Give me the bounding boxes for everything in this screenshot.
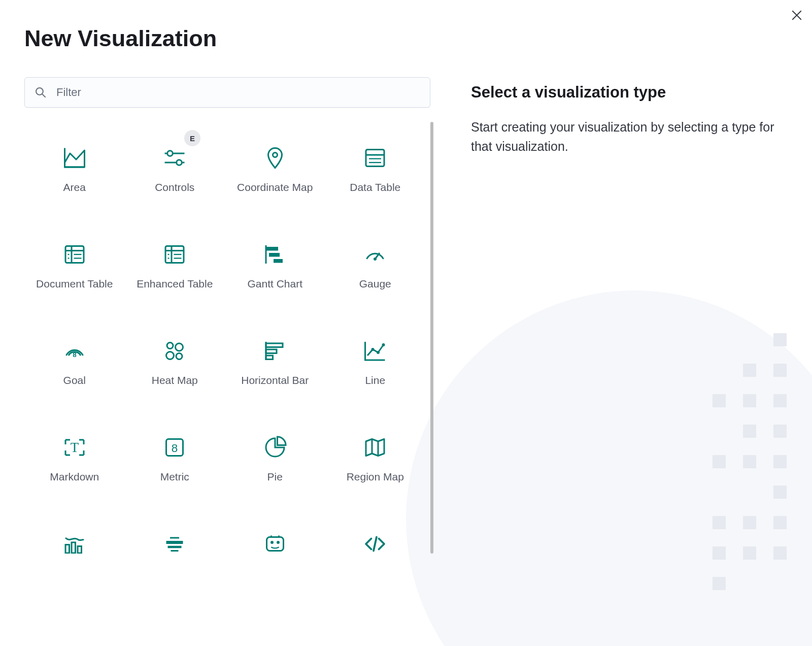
viz-line[interactable]: Line <box>325 315 426 411</box>
viz-document-table[interactable]: Document Table <box>24 218 125 315</box>
region-map-icon <box>363 435 387 460</box>
svg-rect-27 <box>274 259 283 263</box>
viz-label: Pie <box>267 470 283 483</box>
viz-label: Data Table <box>350 180 400 194</box>
svg-rect-54 <box>266 537 283 551</box>
help-description: Start creating your visualization by sel… <box>471 118 788 156</box>
viz-pie[interactable]: Pie <box>225 411 325 508</box>
svg-point-31 <box>167 343 173 349</box>
viz-label: Horizontal Bar <box>241 373 309 387</box>
svg-point-5 <box>273 153 277 157</box>
table-icon <box>363 146 387 170</box>
heatmap-icon <box>162 339 187 363</box>
viz-label: Heat Map <box>152 373 198 387</box>
viz-gauge[interactable]: Gauge <box>325 218 426 315</box>
viz-area[interactable]: Area <box>24 122 125 218</box>
svg-point-32 <box>176 343 183 351</box>
svg-point-29 <box>374 257 377 261</box>
viz-horizontal-bar[interactable]: Horizontal Bar <box>225 315 325 411</box>
search-icon <box>35 87 46 98</box>
viz-enhanced-table[interactable]: Enhanced Table <box>125 218 225 315</box>
viz-label: Metric <box>160 470 189 483</box>
tsvb-icon <box>62 532 87 554</box>
document-table-icon <box>62 242 87 267</box>
viz-markdown[interactable]: T Markdown <box>24 411 125 508</box>
gantt-icon <box>263 242 287 267</box>
viz-coordinate-map[interactable]: Coordinate Map <box>225 122 325 218</box>
area-chart-icon <box>62 146 87 170</box>
svg-point-2 <box>167 151 173 156</box>
svg-rect-6 <box>366 150 384 167</box>
viz-label: Controls <box>155 180 194 194</box>
svg-rect-38 <box>266 356 273 360</box>
svg-line-57 <box>374 537 377 551</box>
svg-point-40 <box>377 351 380 354</box>
svg-rect-48 <box>72 542 76 553</box>
viz-goal[interactable]: 8 Goal <box>24 315 125 411</box>
filter-box[interactable] <box>24 77 430 108</box>
filter-input[interactable] <box>46 86 420 99</box>
svg-rect-37 <box>266 349 277 353</box>
close-button[interactable] <box>792 10 802 20</box>
viz-label: Document Table <box>36 277 113 290</box>
page-title: New Visualization <box>0 0 812 52</box>
help-title: Select a visualization type <box>471 83 788 102</box>
svg-rect-25 <box>266 247 278 251</box>
svg-text:8: 8 <box>73 351 77 359</box>
viz-vega[interactable]: Vega <box>325 508 426 554</box>
svg-point-56 <box>277 541 280 544</box>
svg-point-41 <box>382 343 385 346</box>
pie-chart-icon <box>263 435 287 460</box>
viz-label: Goal <box>63 373 86 387</box>
code-icon <box>363 532 387 554</box>
viz-label: Region Map <box>347 470 404 483</box>
viz-timeline[interactable]: Timeline <box>225 508 325 554</box>
markdown-icon: T <box>62 435 87 460</box>
viz-label: Enhanced Table <box>137 277 213 290</box>
viz-gantt-chart[interactable]: Gantt Chart <box>225 218 325 315</box>
timeline-icon <box>263 532 287 554</box>
map-pin-icon <box>263 146 287 170</box>
viz-metric[interactable]: 8 Metric <box>125 411 225 508</box>
svg-rect-26 <box>269 253 280 257</box>
viz-label: Gantt Chart <box>247 277 302 290</box>
viz-label: Line <box>365 373 385 387</box>
viz-heat-map[interactable]: Heat Map <box>125 315 225 411</box>
svg-rect-47 <box>65 545 70 554</box>
viz-controls[interactable]: E Controls <box>125 122 225 218</box>
svg-point-55 <box>270 541 274 544</box>
viz-label: Area <box>63 180 86 194</box>
viz-data-table[interactable]: Data Table <box>325 122 426 218</box>
scrollbar[interactable] <box>430 122 433 554</box>
svg-point-4 <box>177 160 182 166</box>
viz-tag-cloud[interactable]: Tag Cloud <box>125 508 225 554</box>
svg-point-0 <box>36 88 43 95</box>
svg-rect-36 <box>266 343 283 347</box>
svg-text:8: 8 <box>172 442 178 455</box>
svg-rect-49 <box>78 546 82 554</box>
line-chart-icon <box>363 339 387 363</box>
viz-label: Markdown <box>50 470 99 483</box>
goal-icon: 8 <box>62 339 87 363</box>
visualization-grid: Area E Controls <box>24 122 430 554</box>
hbar-icon <box>263 339 287 363</box>
gauge-icon <box>363 242 387 267</box>
metric-icon: 8 <box>162 435 187 460</box>
tag-cloud-icon <box>162 532 187 554</box>
enhanced-table-icon <box>162 242 187 267</box>
viz-tsvb[interactable]: TSVB <box>24 508 125 554</box>
viz-label: Coordinate Map <box>237 180 313 194</box>
svg-point-33 <box>166 352 174 360</box>
svg-point-39 <box>371 348 375 351</box>
close-icon <box>792 10 802 20</box>
experimental-badge: E <box>184 130 200 146</box>
controls-icon <box>162 146 187 170</box>
viz-label: Gauge <box>359 277 391 290</box>
viz-region-map[interactable]: Region Map <box>325 411 426 508</box>
svg-text:T: T <box>71 440 79 455</box>
svg-point-34 <box>176 353 182 360</box>
